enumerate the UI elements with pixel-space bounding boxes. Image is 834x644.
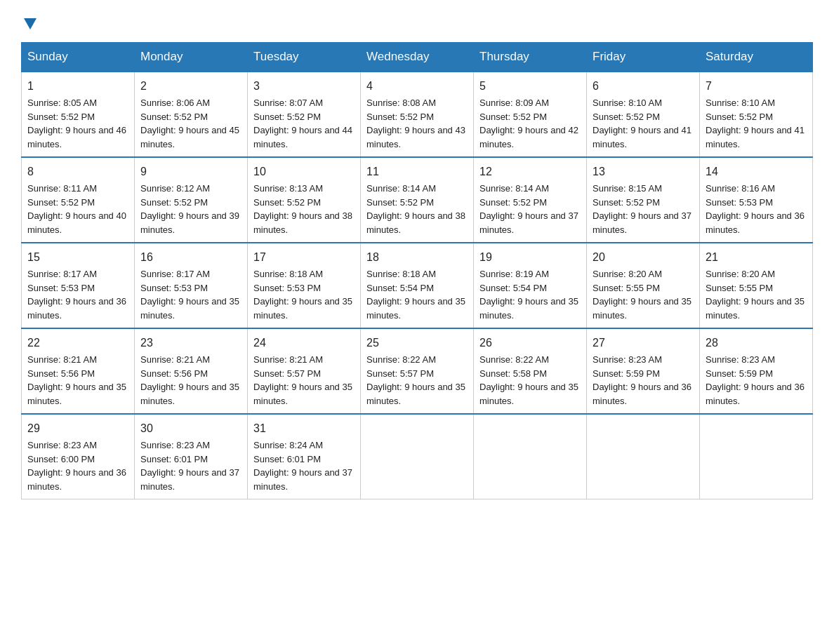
calendar-cell xyxy=(587,414,700,499)
sunrise-text: Sunrise: 8:10 AM xyxy=(706,98,775,108)
calendar-cell: 27Sunrise: 8:23 AMSunset: 5:59 PMDayligh… xyxy=(587,328,700,414)
week-row-2: 8Sunrise: 8:11 AMSunset: 5:52 PMDaylight… xyxy=(22,157,813,243)
day-number: 17 xyxy=(253,249,355,266)
sunset-text: Sunset: 5:52 PM xyxy=(253,112,321,122)
daylight-text: Daylight: 9 hours and 35 minutes. xyxy=(27,382,126,406)
calendar-cell: 25Sunrise: 8:22 AMSunset: 5:57 PMDayligh… xyxy=(361,328,474,414)
calendar-cell: 4Sunrise: 8:08 AMSunset: 5:52 PMDaylight… xyxy=(361,72,474,157)
daylight-text: Daylight: 9 hours and 35 minutes. xyxy=(140,382,239,406)
calendar-cell: 29Sunrise: 8:23 AMSunset: 6:00 PMDayligh… xyxy=(22,414,135,499)
calendar-cell xyxy=(474,414,587,499)
daylight-text: Daylight: 9 hours and 44 minutes. xyxy=(253,125,352,149)
sunrise-text: Sunrise: 8:22 AM xyxy=(479,354,549,365)
day-number: 10 xyxy=(253,163,355,180)
day-number: 19 xyxy=(479,249,581,266)
logo-triangle-icon xyxy=(22,15,38,31)
daylight-text: Daylight: 9 hours and 40 minutes. xyxy=(27,210,126,235)
calendar-cell: 26Sunrise: 8:22 AMSunset: 5:58 PMDayligh… xyxy=(474,328,587,414)
sunrise-text: Sunrise: 8:21 AM xyxy=(253,354,323,365)
daylight-text: Daylight: 9 hours and 45 minutes. xyxy=(140,125,239,149)
daylight-text: Daylight: 9 hours and 35 minutes. xyxy=(253,382,352,406)
daylight-text: Daylight: 9 hours and 35 minutes. xyxy=(479,382,578,406)
sunset-text: Sunset: 5:55 PM xyxy=(593,283,660,293)
sunrise-text: Sunrise: 8:23 AM xyxy=(706,354,775,365)
calendar-cell: 31Sunrise: 8:24 AMSunset: 6:01 PMDayligh… xyxy=(248,414,361,499)
sunset-text: Sunset: 5:59 PM xyxy=(593,368,660,379)
calendar-cell: 15Sunrise: 8:17 AMSunset: 5:53 PMDayligh… xyxy=(22,243,135,328)
header-monday: Monday xyxy=(135,43,248,72)
header-friday: Friday xyxy=(587,43,700,72)
sunset-text: Sunset: 5:52 PM xyxy=(479,112,547,122)
daylight-text: Daylight: 9 hours and 37 minutes. xyxy=(253,467,352,492)
sunset-text: Sunset: 6:01 PM xyxy=(253,454,321,464)
sunrise-text: Sunrise: 8:18 AM xyxy=(366,269,436,279)
sunset-text: Sunset: 5:57 PM xyxy=(366,368,434,379)
sunrise-text: Sunrise: 8:23 AM xyxy=(593,354,662,365)
sunrise-text: Sunrise: 8:20 AM xyxy=(593,269,662,279)
calendar-cell: 14Sunrise: 8:16 AMSunset: 5:53 PMDayligh… xyxy=(700,157,813,243)
sunset-text: Sunset: 5:53 PM xyxy=(140,283,208,293)
sunset-text: Sunset: 5:52 PM xyxy=(366,112,434,122)
day-number: 14 xyxy=(706,163,807,180)
svg-marker-0 xyxy=(24,18,37,29)
daylight-text: Daylight: 9 hours and 37 minutes. xyxy=(479,210,578,235)
day-number: 13 xyxy=(593,163,694,180)
calendar-cell xyxy=(700,414,813,499)
day-number: 23 xyxy=(140,335,241,351)
calendar-cell: 9Sunrise: 8:12 AMSunset: 5:52 PMDaylight… xyxy=(135,157,248,243)
day-number: 5 xyxy=(479,78,581,95)
calendar-cell: 1Sunrise: 8:05 AMSunset: 5:52 PMDaylight… xyxy=(22,72,135,157)
daylight-text: Daylight: 9 hours and 37 minutes. xyxy=(593,210,691,235)
sunrise-text: Sunrise: 8:05 AM xyxy=(27,98,97,108)
sunset-text: Sunset: 5:52 PM xyxy=(593,112,660,122)
daylight-text: Daylight: 9 hours and 36 minutes. xyxy=(27,467,126,492)
sunrise-text: Sunrise: 8:08 AM xyxy=(366,98,436,108)
sunrise-text: Sunrise: 8:20 AM xyxy=(706,269,775,279)
day-number: 21 xyxy=(706,249,807,266)
sunrise-text: Sunrise: 8:23 AM xyxy=(140,440,210,450)
sunrise-text: Sunrise: 8:22 AM xyxy=(366,354,436,365)
day-number: 7 xyxy=(706,78,807,95)
calendar-header-row: SundayMondayTuesdayWednesdayThursdayFrid… xyxy=(22,43,813,72)
day-number: 18 xyxy=(366,249,468,266)
daylight-text: Daylight: 9 hours and 36 minutes. xyxy=(593,382,691,406)
sunset-text: Sunset: 6:01 PM xyxy=(140,454,208,464)
sunrise-text: Sunrise: 8:07 AM xyxy=(253,98,323,108)
week-row-3: 15Sunrise: 8:17 AMSunset: 5:53 PMDayligh… xyxy=(22,243,813,328)
daylight-text: Daylight: 9 hours and 42 minutes. xyxy=(479,125,578,149)
calendar-table: SundayMondayTuesdayWednesdayThursdayFrid… xyxy=(21,42,813,499)
sunrise-text: Sunrise: 8:14 AM xyxy=(479,183,549,194)
sunrise-text: Sunrise: 8:17 AM xyxy=(27,269,97,279)
sunset-text: Sunset: 5:56 PM xyxy=(140,368,208,379)
sunrise-text: Sunrise: 8:14 AM xyxy=(366,183,436,194)
day-number: 4 xyxy=(366,78,468,95)
sunset-text: Sunset: 5:59 PM xyxy=(706,368,773,379)
sunrise-text: Sunrise: 8:21 AM xyxy=(140,354,210,365)
calendar-cell: 3Sunrise: 8:07 AMSunset: 5:52 PMDaylight… xyxy=(248,72,361,157)
day-number: 9 xyxy=(140,163,241,180)
day-number: 1 xyxy=(27,78,128,95)
daylight-text: Daylight: 9 hours and 46 minutes. xyxy=(27,125,126,149)
day-number: 31 xyxy=(253,420,355,437)
sunrise-text: Sunrise: 8:10 AM xyxy=(593,98,662,108)
calendar-cell: 19Sunrise: 8:19 AMSunset: 5:54 PMDayligh… xyxy=(474,243,587,328)
sunset-text: Sunset: 5:52 PM xyxy=(593,197,660,208)
calendar-cell: 12Sunrise: 8:14 AMSunset: 5:52 PMDayligh… xyxy=(474,157,587,243)
daylight-text: Daylight: 9 hours and 35 minutes. xyxy=(253,296,352,321)
header-sunday: Sunday xyxy=(22,43,135,72)
daylight-text: Daylight: 9 hours and 35 minutes. xyxy=(366,382,465,406)
calendar-cell: 6Sunrise: 8:10 AMSunset: 5:52 PMDaylight… xyxy=(587,72,700,157)
sunset-text: Sunset: 5:52 PM xyxy=(253,197,321,208)
week-row-4: 22Sunrise: 8:21 AMSunset: 5:56 PMDayligh… xyxy=(22,328,813,414)
daylight-text: Daylight: 9 hours and 41 minutes. xyxy=(593,125,691,149)
daylight-text: Daylight: 9 hours and 35 minutes. xyxy=(140,296,239,321)
sunrise-text: Sunrise: 8:06 AM xyxy=(140,98,210,108)
daylight-text: Daylight: 9 hours and 35 minutes. xyxy=(593,296,691,321)
day-number: 3 xyxy=(253,78,355,95)
sunrise-text: Sunrise: 8:18 AM xyxy=(253,269,323,279)
week-row-5: 29Sunrise: 8:23 AMSunset: 6:00 PMDayligh… xyxy=(22,414,813,499)
daylight-text: Daylight: 9 hours and 36 minutes. xyxy=(706,210,805,235)
sunset-text: Sunset: 5:54 PM xyxy=(479,283,547,293)
calendar-cell: 8Sunrise: 8:11 AMSunset: 5:52 PMDaylight… xyxy=(22,157,135,243)
day-number: 8 xyxy=(27,163,128,180)
